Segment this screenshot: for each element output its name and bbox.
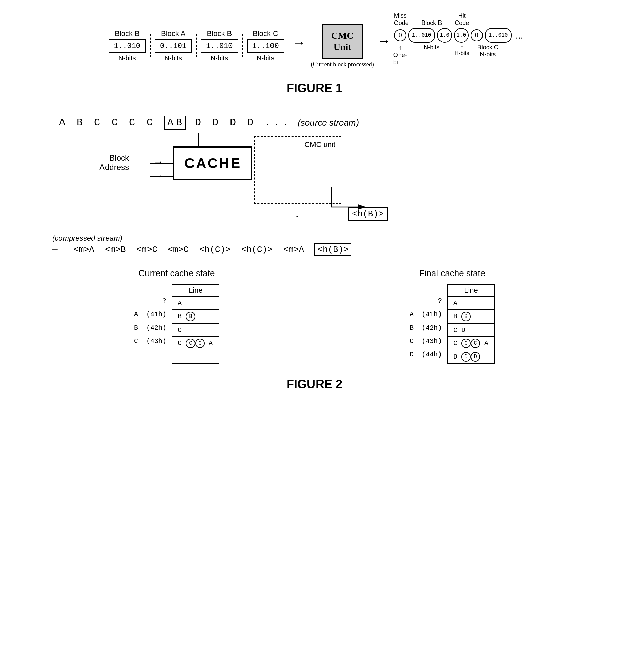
arrow-down-cmc: →: [292, 209, 304, 219]
block-b-bits-1: N-bits: [118, 54, 136, 62]
fin-addr-a: A (41h): [410, 308, 444, 321]
cs-mB: <m>B: [105, 245, 126, 255]
n-bits-out-2: N-bits: [480, 51, 495, 58]
circle-b-cur: B: [186, 312, 195, 321]
final-cache-title: Final cache state: [419, 268, 486, 279]
block-b-input-2: Block B 1..010 N-bits: [200, 29, 238, 62]
cache-big-box: CACHE: [173, 146, 252, 180]
cs-mA: <m>A: [73, 245, 94, 255]
fig1-diagram: Block B 1..010 N-bits Block A 0..101 N-b…: [106, 24, 523, 68]
cs-mC1: <m>C: [137, 245, 157, 255]
arrow-to-cache-1: →: [153, 156, 163, 167]
sep3: [242, 34, 243, 57]
block-b-input-1: Block B 1..010 N-bits: [108, 29, 146, 62]
cur-line-empty: [172, 350, 219, 364]
current-cache-section: Current cache state Address ? A (41h) B …: [134, 268, 219, 364]
cs-hC1: <h(C)>: [199, 245, 231, 255]
page: Block B 1..010 N-bits Block A 0..101 N-b…: [0, 0, 629, 672]
final-line-table: Line A B B C D: [447, 284, 495, 364]
cur-addr-a: A (41h): [134, 308, 168, 321]
fin-row-c: C CC A: [447, 337, 494, 350]
arrow-to-cache-2: →: [153, 170, 163, 182]
final-line-header: Line: [447, 284, 494, 296]
cur-row-q: A: [172, 296, 219, 310]
cache-diagram: BlockAddress → → CACHE CMC unit →: [46, 133, 516, 241]
block-c-value: 1..100: [247, 39, 284, 53]
current-line-table: Line A B B C: [172, 284, 219, 364]
fin-addr-b: B (42h): [410, 321, 444, 334]
figure2-title: FIGURE 2: [287, 377, 342, 391]
final-cache-inner: Address ? A (41h) B (42h) C (43h) D (44h…: [410, 284, 495, 364]
cur-addr-b: B (42h): [134, 321, 168, 334]
cur-line-q: A: [172, 296, 219, 310]
sep2: [196, 34, 197, 57]
oval-10-1: 1.0: [437, 28, 452, 43]
circle-c-fin-1: C: [461, 339, 471, 348]
block-a-bits: N-bits: [165, 54, 182, 62]
cache-tables-row: Current cache state Address ? A (41h) B …: [46, 268, 583, 364]
ellipsis: ...: [516, 29, 524, 41]
zero-circle-2: 0: [471, 29, 483, 41]
fin-line-d: D DD: [447, 350, 494, 364]
oval-10-2: 1.0: [454, 28, 469, 43]
block-c-label: Block C: [253, 29, 278, 38]
block-address-label: BlockAddress: [99, 153, 129, 172]
zero-circle-1: 0: [394, 29, 406, 41]
source-box-b: B: [176, 117, 183, 128]
block-b-value-2: 1..010: [200, 39, 238, 53]
oval-1010-1: 1..010: [408, 28, 435, 43]
cmc-sub-label: (Current block processed): [311, 61, 374, 68]
circle-b-fin: B: [461, 312, 471, 321]
cmc-unit-box: CMCUnit: [322, 24, 363, 59]
fin-row-a: B B: [447, 310, 494, 323]
cur-addr-empty: [162, 348, 168, 361]
source-stream-label: (source stream): [298, 118, 359, 128]
block-b-label-1: Block B: [115, 29, 140, 38]
current-cache-title: Current cache state: [139, 268, 215, 279]
circle-c-fin-2: C: [471, 339, 480, 348]
hit-code-label: HitCode: [452, 13, 472, 27]
fin-line-q: A: [447, 296, 494, 310]
circle-d-fin-2: D: [471, 352, 480, 362]
cs-mA2: <m>A: [283, 245, 304, 255]
fig2-main: A B C C C C A B D D D D ... (source stre…: [46, 116, 583, 364]
cs-hB-boxed: <h(B)>: [314, 243, 352, 256]
cur-line-a: B B: [172, 310, 219, 323]
figure1-title: FIGURE 1: [287, 81, 342, 95]
fin-line-b: C D: [447, 323, 494, 337]
block-a-value: 0..101: [154, 39, 192, 53]
cur-line-c: C CC A: [172, 337, 219, 350]
compressed-stream-text: — <m>A <m>B <m>C <m>C <h(C)> <h(C)> <m>A…: [52, 245, 583, 255]
cur-line-b: C: [172, 323, 219, 337]
final-addr-col: Address ? A (41h) B (42h) C (43h) D (44h…: [410, 284, 444, 361]
block-a-label: Block A: [161, 29, 186, 38]
oval-1010-2: 1..010: [485, 28, 512, 43]
underline-dash: —: [52, 245, 58, 255]
fin-row-d: D DD: [447, 350, 494, 364]
n-bits-out-label: N-bits: [424, 44, 439, 51]
fin-row-b: C D: [447, 323, 494, 337]
cs-hC2: <h(C)>: [241, 245, 273, 255]
miss-code-label: MissCode: [394, 13, 406, 27]
cs-mC2: <m>C: [168, 245, 189, 255]
cmc-unit-label: CMC unit: [305, 140, 335, 149]
fin-row-q: A: [447, 296, 494, 310]
box-sep: [175, 118, 175, 127]
block-b-value-1: 1..010: [108, 39, 146, 53]
circle-d-fin-1: D: [461, 352, 471, 362]
block-c-out-label: Block C: [478, 44, 498, 51]
current-line-header: Line: [172, 284, 219, 296]
source-stream-row: A B C C C C A B D D D D ... (source stre…: [46, 116, 583, 130]
cur-row-b: C: [172, 323, 219, 337]
cmc-dashed-box: CMC unit: [254, 137, 341, 203]
circle-c-cur-2: C: [195, 339, 204, 348]
source-chars-after: D D D D ...: [186, 117, 291, 128]
source-boxed-chars: A B: [164, 116, 186, 130]
sep1: [150, 34, 150, 57]
fin-addr-c: C (43h): [410, 334, 444, 348]
cur-addr-c: C (43h): [134, 334, 168, 348]
current-cache-inner: Address ? A (41h) B (42h) C (43h) Line: [134, 284, 219, 364]
block-b-label-2: Block B: [207, 29, 232, 38]
source-box-a: A: [167, 117, 174, 128]
block-b-out-label: Block B: [418, 20, 445, 27]
